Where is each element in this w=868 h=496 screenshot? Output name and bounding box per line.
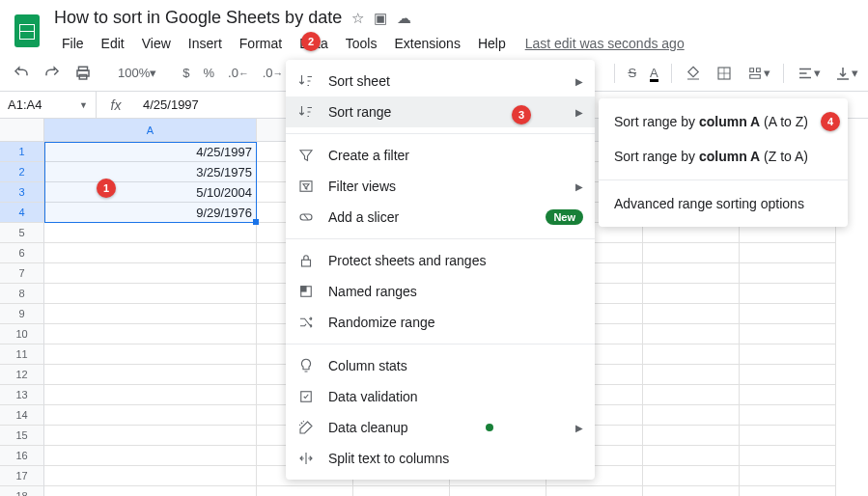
doc-title[interactable]: How to sort in Google Sheets by date	[54, 8, 342, 28]
menu-insert[interactable]: Insert	[181, 32, 230, 55]
menu-data-validation[interactable]: Data validation	[286, 381, 595, 412]
cell[interactable]	[44, 446, 257, 466]
cell[interactable]	[44, 365, 257, 385]
cell[interactable]	[643, 385, 740, 405]
row-header[interactable]: 9	[0, 304, 44, 324]
menu-data-cleanup[interactable]: Data cleanup▶	[286, 412, 595, 443]
strikethrough-icon[interactable]: S	[623, 62, 641, 84]
row-header[interactable]: 12	[0, 365, 44, 385]
menu-extensions[interactable]: Extensions	[386, 32, 467, 55]
valign-icon[interactable]: ▾	[829, 61, 863, 86]
cell[interactable]: 3/25/1975	[44, 162, 257, 182]
text-color-icon[interactable]: A	[645, 62, 663, 84]
submenu-sort-az[interactable]: Sort range by column A (A to Z)	[599, 104, 848, 139]
borders-icon[interactable]	[711, 61, 738, 86]
currency-icon[interactable]: $	[178, 62, 194, 84]
cell[interactable]	[44, 466, 257, 486]
cell[interactable]	[643, 324, 740, 344]
formula-bar[interactable]: 4/25/1997	[135, 97, 207, 112]
row-header[interactable]: 17	[0, 466, 44, 486]
cell[interactable]	[740, 344, 836, 365]
menu-protect[interactable]: Protect sheets and ranges	[286, 245, 595, 276]
menu-named-ranges[interactable]: Named ranges	[286, 276, 595, 307]
menu-add-slicer[interactable]: Add a slicerNew	[286, 202, 595, 233]
name-box[interactable]: A1:A4▼	[0, 92, 97, 118]
submenu-advanced[interactable]: Advanced range sorting options	[599, 186, 848, 221]
menu-sort-sheet[interactable]: Sort sheet▶	[286, 66, 595, 96]
cell[interactable]	[740, 466, 836, 486]
cell[interactable]	[643, 365, 740, 385]
star-icon[interactable]: ☆	[351, 10, 364, 27]
submenu-sort-za[interactable]: Sort range by column A (Z to A)	[599, 139, 848, 174]
cell[interactable]	[740, 284, 836, 304]
cell[interactable]	[44, 243, 257, 263]
zoom[interactable]: 100% ▾	[112, 62, 162, 84]
cell[interactable]	[740, 486, 836, 496]
row-header[interactable]: 18	[0, 486, 44, 496]
cell[interactable]	[740, 263, 836, 284]
cell[interactable]	[643, 466, 740, 486]
menu-column-stats[interactable]: Column stats	[286, 350, 595, 381]
print-icon[interactable]	[70, 61, 97, 86]
align-icon[interactable]: ▾	[792, 61, 826, 86]
decimal-inc-icon[interactable]: .0→	[258, 62, 289, 84]
menu-view[interactable]: View	[134, 32, 179, 55]
cell[interactable]	[740, 385, 836, 405]
cell[interactable]	[643, 284, 740, 304]
cell[interactable]	[740, 405, 836, 426]
cell[interactable]: 4/25/1997	[44, 142, 257, 162]
row-header[interactable]: 2	[0, 162, 44, 182]
menu-format[interactable]: Format	[232, 32, 290, 55]
cell[interactable]	[740, 324, 836, 344]
cell[interactable]	[450, 486, 546, 496]
cell[interactable]	[740, 426, 836, 446]
cell[interactable]: 5/10/2004	[44, 182, 257, 203]
row-header[interactable]: 7	[0, 263, 44, 284]
cell[interactable]	[44, 223, 257, 243]
cell[interactable]	[643, 304, 740, 324]
cell[interactable]	[44, 344, 257, 365]
undo-icon[interactable]	[8, 61, 35, 86]
cell[interactable]	[740, 446, 836, 466]
cell[interactable]	[643, 405, 740, 426]
sheets-logo[interactable]	[8, 12, 46, 50]
row-header[interactable]: 3	[0, 182, 44, 203]
row-header[interactable]: 5	[0, 223, 44, 243]
cell[interactable]	[44, 426, 257, 446]
cell[interactable]	[353, 486, 450, 496]
menu-filter-views[interactable]: Filter views▶	[286, 171, 595, 202]
cell[interactable]	[44, 405, 257, 426]
menu-tools[interactable]: Tools	[338, 32, 385, 55]
cell[interactable]	[643, 263, 740, 284]
menu-split-text[interactable]: Split text to columns	[286, 443, 595, 474]
menu-file[interactable]: File	[54, 32, 92, 55]
row-header[interactable]: 8	[0, 284, 44, 304]
menu-randomize[interactable]: Randomize range	[286, 307, 595, 338]
fill-color-icon[interactable]	[680, 61, 707, 86]
cell[interactable]	[740, 304, 836, 324]
cell[interactable]	[44, 284, 257, 304]
cell[interactable]	[643, 344, 740, 365]
row-header[interactable]: 13	[0, 385, 44, 405]
merge-icon[interactable]: ▾	[742, 61, 775, 86]
col-header-a[interactable]: A	[44, 119, 257, 142]
menu-sort-range[interactable]: Sort range▶	[286, 96, 595, 127]
cell[interactable]	[44, 324, 257, 344]
menu-create-filter[interactable]: Create a filter	[286, 140, 595, 171]
row-header[interactable]: 16	[0, 446, 44, 466]
cell[interactable]	[44, 263, 257, 284]
cell[interactable]	[643, 243, 740, 263]
row-header[interactable]: 11	[0, 344, 44, 365]
last-edit[interactable]: Last edit was seconds ago	[525, 36, 685, 51]
row-header[interactable]: 4	[0, 203, 44, 223]
row-header[interactable]: 14	[0, 405, 44, 426]
cell[interactable]	[643, 426, 740, 446]
cell[interactable]	[643, 486, 740, 496]
menu-help[interactable]: Help	[470, 32, 514, 55]
cell[interactable]	[643, 446, 740, 466]
move-icon[interactable]: ▣	[374, 10, 387, 27]
cell[interactable]	[44, 304, 257, 324]
select-all-corner[interactable]	[0, 119, 44, 142]
cell[interactable]	[44, 385, 257, 405]
percent-icon[interactable]: %	[198, 62, 219, 84]
